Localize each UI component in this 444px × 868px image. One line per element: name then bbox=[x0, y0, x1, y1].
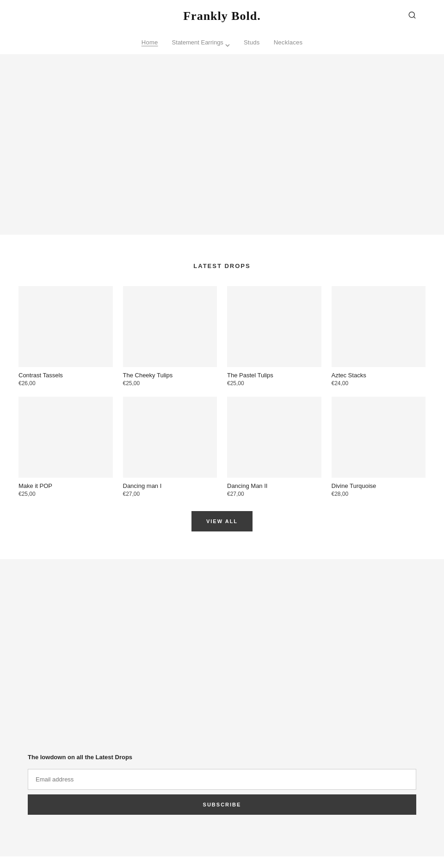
newsletter-banner-image bbox=[0, 559, 444, 740]
product-card[interactable]: Aztec Stacks €24,00 bbox=[332, 286, 426, 387]
product-image bbox=[332, 286, 426, 367]
product-card[interactable]: The Pastel Tulips €25,00 bbox=[227, 286, 321, 387]
product-image bbox=[18, 397, 113, 478]
svg-line-1 bbox=[413, 17, 415, 18]
product-price: €25,00 bbox=[123, 380, 217, 387]
section-title: LATEST DROPS bbox=[18, 262, 426, 269]
product-image bbox=[123, 397, 217, 478]
view-all-button[interactable]: VIEW ALL bbox=[191, 511, 253, 531]
nav-statement-earrings[interactable]: Statement Earrings bbox=[172, 39, 230, 46]
email-input[interactable] bbox=[28, 769, 416, 790]
product-price: €27,00 bbox=[227, 491, 321, 497]
newsletter-section: The lowdown on all the Latest Drops SUBS… bbox=[0, 559, 444, 856]
product-image bbox=[123, 286, 217, 367]
product-image bbox=[227, 397, 321, 478]
products-grid: Contrast Tassels €26,00 The Cheeky Tulip… bbox=[18, 286, 426, 497]
nav-studs[interactable]: Studs bbox=[244, 39, 260, 46]
product-card[interactable]: Dancing Man II €27,00 bbox=[227, 397, 321, 497]
product-name: Divine Turquoise bbox=[332, 482, 426, 489]
nav-home[interactable]: Home bbox=[142, 39, 158, 46]
product-card[interactable]: The Cheeky Tulips €25,00 bbox=[123, 286, 217, 387]
newsletter-subtitle: The lowdown on all the Latest Drops bbox=[28, 754, 416, 761]
product-name: Aztec Stacks bbox=[332, 372, 426, 379]
product-card[interactable]: Dancing man I €27,00 bbox=[123, 397, 217, 497]
main-nav: Home Statement Earrings Studs Necklaces bbox=[0, 32, 444, 54]
product-price: €25,00 bbox=[227, 380, 321, 387]
product-name: Make it POP bbox=[18, 482, 113, 489]
product-name: Dancing man I bbox=[123, 482, 217, 489]
latest-drops-section: LATEST DROPS Contrast Tassels €26,00 The… bbox=[0, 235, 444, 559]
site-logo[interactable]: Frankly Bold. bbox=[183, 9, 261, 23]
subscribe-button[interactable]: SUBSCRIBE bbox=[28, 794, 416, 815]
product-name: The Cheeky Tulips bbox=[123, 372, 217, 379]
product-card[interactable]: Divine Turquoise €28,00 bbox=[332, 397, 426, 497]
view-all-wrap: VIEW ALL bbox=[18, 511, 426, 531]
product-card[interactable]: Make it POP €25,00 bbox=[18, 397, 113, 497]
product-price: €24,00 bbox=[332, 380, 426, 387]
search-icon[interactable] bbox=[408, 11, 416, 22]
product-price: €25,00 bbox=[18, 491, 113, 497]
chevron-down-icon bbox=[225, 41, 230, 44]
newsletter-content: The lowdown on all the Latest Drops SUBS… bbox=[0, 740, 444, 833]
product-name: The Pastel Tulips bbox=[227, 372, 321, 379]
hero-banner bbox=[0, 54, 444, 235]
product-image bbox=[227, 286, 321, 367]
product-image bbox=[332, 397, 426, 478]
product-card[interactable]: Contrast Tassels €26,00 bbox=[18, 286, 113, 387]
nav-necklaces[interactable]: Necklaces bbox=[274, 39, 303, 46]
product-name: Contrast Tassels bbox=[18, 372, 113, 379]
product-price: €28,00 bbox=[332, 491, 426, 497]
site-header: Frankly Bold. bbox=[0, 0, 444, 32]
product-name: Dancing Man II bbox=[227, 482, 321, 489]
product-image bbox=[18, 286, 113, 367]
product-price: €26,00 bbox=[18, 380, 113, 387]
product-price: €27,00 bbox=[123, 491, 217, 497]
